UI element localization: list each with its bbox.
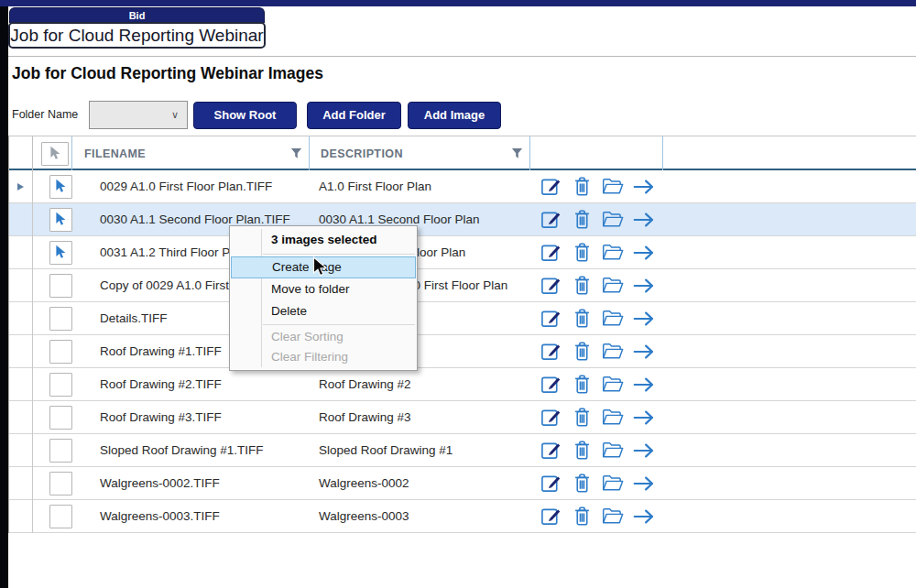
open-action-button[interactable] <box>633 209 655 231</box>
grid-header: FILENAME DESCRIPTION <box>9 136 916 170</box>
filter-funnel-icon[interactable] <box>290 147 302 159</box>
table-row[interactable]: Walgreens-0002.TIFF Walgreens-0002 <box>9 467 916 500</box>
folder-action-button[interactable] <box>602 440 624 462</box>
edit-action-button[interactable] <box>540 308 562 330</box>
row-select-checkbox[interactable] <box>49 406 72 430</box>
folder-action-button[interactable] <box>602 341 624 363</box>
delete-action-button[interactable] <box>571 209 593 231</box>
table-row[interactable]: Details.TIFF Details <box>9 302 916 335</box>
folder-open-icon <box>602 506 624 526</box>
delete-action-button[interactable] <box>571 407 593 429</box>
edit-action-button[interactable] <box>540 176 562 198</box>
folder-action-button[interactable] <box>602 506 624 528</box>
edit-pencil-icon <box>540 209 562 230</box>
arrow-right-icon <box>633 376 655 394</box>
edit-action-button[interactable] <box>540 275 562 297</box>
open-action-button[interactable] <box>633 308 655 330</box>
edit-action-button[interactable] <box>540 209 562 231</box>
folder-action-button[interactable] <box>602 275 624 297</box>
open-action-button[interactable] <box>633 341 655 363</box>
open-action-button[interactable] <box>633 506 655 528</box>
row-description: A1.0 First Floor Plan <box>310 170 530 202</box>
select-all-box[interactable] <box>41 142 69 166</box>
menu-item[interactable]: Move to folder <box>230 278 417 300</box>
folder-action-button[interactable] <box>602 176 624 198</box>
description-column-header[interactable]: DESCRIPTION <box>310 136 530 170</box>
delete-action-button[interactable] <box>571 506 593 528</box>
trash-icon <box>572 506 592 527</box>
folder-action-button[interactable] <box>602 209 624 231</box>
delete-action-button[interactable] <box>571 176 593 198</box>
job-tab[interactable]: Bid Job for Cloud Reporting Webinar <box>8 7 266 49</box>
table-row[interactable]: 0029 A1.0 First Floor Plan.TIFF A1.0 Fir… <box>9 170 916 203</box>
filename-column-header[interactable]: FILENAME <box>72 136 310 170</box>
row-select-checkbox[interactable] <box>49 307 72 331</box>
edit-action-button[interactable] <box>540 473 562 495</box>
folder-action-button[interactable] <box>602 374 624 396</box>
menu-item[interactable]: Delete <box>230 300 417 322</box>
edit-pencil-icon <box>540 407 562 428</box>
filter-funnel-icon[interactable] <box>511 147 523 159</box>
delete-action-button[interactable] <box>571 242 593 264</box>
row-indicator <box>9 500 33 533</box>
row-actions <box>530 302 805 334</box>
add-folder-button[interactable]: Add Folder <box>307 102 401 129</box>
menu-selection-count: 3 images selected <box>230 228 417 252</box>
delete-action-button[interactable] <box>571 308 593 330</box>
open-action-button[interactable] <box>633 473 655 495</box>
table-row[interactable]: Copy of 0029 A1.0 First Floor Plan.TIFF … <box>9 269 916 302</box>
edit-pencil-icon <box>540 506 562 527</box>
arrow-right-icon <box>633 408 655 427</box>
row-select-checkbox[interactable] <box>49 472 72 495</box>
edit-action-button[interactable] <box>540 242 562 264</box>
table-row[interactable]: Walgreens-0003.TIFF Walgreens-0003 <box>9 500 916 533</box>
row-select-checkbox[interactable] <box>49 340 72 364</box>
row-select-checkbox[interactable] <box>49 175 72 199</box>
table-row[interactable]: Roof Drawing #3.TIFF Roof Drawing #3 <box>9 401 916 434</box>
add-image-button[interactable]: Add Image <box>408 102 501 129</box>
show-root-folder-button[interactable]: Show Root Folder <box>193 102 297 129</box>
open-action-button[interactable] <box>633 407 655 429</box>
folder-action-button[interactable] <box>602 242 624 264</box>
table-row[interactable]: 0030 A1.1 Second Floor Plan.TIFF 0030 A1… <box>9 203 916 236</box>
open-action-button[interactable] <box>633 374 655 396</box>
row-select-checkbox[interactable] <box>49 241 72 265</box>
folder-name-select[interactable]: ∨ <box>89 101 188 129</box>
row-actions <box>530 434 805 466</box>
edit-action-button[interactable] <box>540 506 562 528</box>
arrow-right-icon <box>633 343 655 361</box>
row-select-checkbox[interactable] <box>49 208 72 232</box>
edit-action-button[interactable] <box>540 341 562 363</box>
table-row[interactable]: Sloped Roof Drawing #1.TIFF Sloped Roof … <box>9 434 916 467</box>
table-row[interactable]: Roof Drawing #2.TIFF Roof Drawing #2 <box>9 368 916 401</box>
edit-action-button[interactable] <box>540 440 562 462</box>
delete-action-button[interactable] <box>571 440 593 462</box>
open-action-button[interactable] <box>633 176 655 198</box>
row-filename: Sloped Roof Drawing #1.TIFF <box>72 434 310 466</box>
row-actions <box>530 335 805 367</box>
delete-action-button[interactable] <box>571 374 593 396</box>
trash-icon <box>572 242 592 263</box>
open-action-button[interactable] <box>633 440 655 462</box>
select-column-header[interactable] <box>33 136 72 170</box>
table-row[interactable]: 0031 A1.2 Third Floor Plan.TIFF 0031 A1.… <box>9 236 916 269</box>
folder-action-button[interactable] <box>602 308 624 330</box>
row-select-checkbox[interactable] <box>49 274 72 298</box>
folder-action-button[interactable] <box>602 473 624 495</box>
arrow-right-icon <box>633 441 655 460</box>
table-row[interactable]: Roof Drawing #1.TIFF Roof Drawing #1 <box>9 335 916 368</box>
delete-action-button[interactable] <box>571 275 593 297</box>
row-select-checkbox[interactable] <box>49 505 72 528</box>
edit-action-button[interactable] <box>540 374 562 396</box>
menu-item-disabled: Clear Filtering <box>230 347 417 367</box>
open-action-button[interactable] <box>633 275 655 297</box>
row-select-checkbox[interactable] <box>49 373 72 397</box>
row-select-checkbox[interactable] <box>49 439 72 463</box>
open-action-button[interactable] <box>633 242 655 264</box>
folder-name-label: Folder Name <box>12 108 78 121</box>
delete-action-button[interactable] <box>571 473 593 495</box>
job-tab-title[interactable]: Job for Cloud Reporting Webinar <box>8 22 266 49</box>
edit-action-button[interactable] <box>540 407 562 429</box>
delete-action-button[interactable] <box>571 341 593 363</box>
folder-action-button[interactable] <box>602 407 624 429</box>
